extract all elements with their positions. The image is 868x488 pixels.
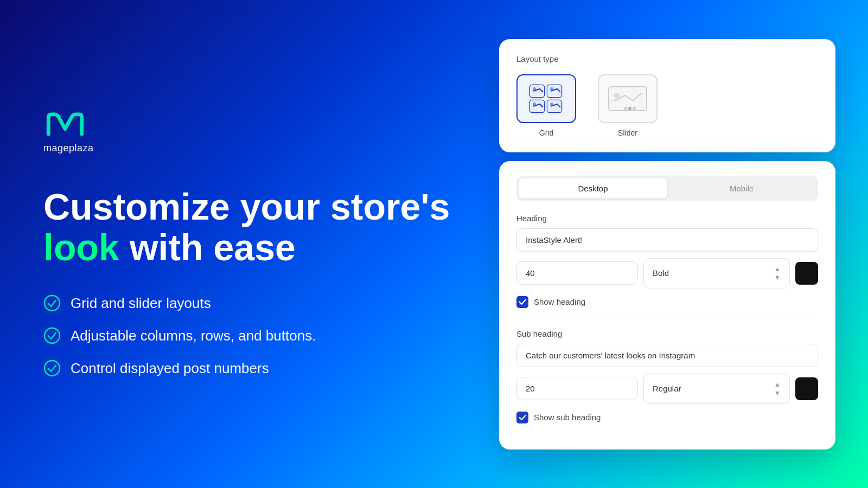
tab-desktop[interactable]: Desktop <box>519 178 667 198</box>
show-heading-label: Show heading <box>534 297 585 306</box>
show-sub-heading-checkbox[interactable] <box>516 412 528 423</box>
svg-point-0 <box>44 296 60 311</box>
section-divider <box>516 319 818 319</box>
layout-options: Grid Slider <box>516 74 818 137</box>
svg-rect-15 <box>609 87 647 111</box>
check-icon-1 <box>43 294 61 312</box>
tab-mobile[interactable]: Mobile <box>667 178 816 198</box>
grid-layout-icon <box>527 82 566 115</box>
grid-label: Grid <box>539 129 553 137</box>
heading-font-select[interactable]: Bold ▲ ▼ <box>643 258 790 288</box>
tab-row: Desktop Mobile <box>516 176 818 201</box>
feature-item-1: Grid and slider layouts <box>43 294 456 312</box>
show-sub-heading-row: Show sub heading <box>516 412 818 423</box>
sub-heading-font-text: Regular <box>653 384 774 393</box>
logo: mageplaza <box>43 111 456 154</box>
layout-card-title: Layout type <box>516 54 818 63</box>
heading-input[interactable] <box>516 228 818 252</box>
sub-heading-color-swatch[interactable] <box>795 377 818 400</box>
logo-icon <box>43 111 87 138</box>
sub-heading-input[interactable] <box>516 344 818 367</box>
left-panel: mageplaza Customize your store's look wi… <box>0 79 499 410</box>
heading-size-input[interactable] <box>516 261 638 285</box>
sub-heading-input-row: Regular ▲ ▼ <box>516 374 818 404</box>
spinner-icon-heading: ▲ ▼ <box>774 265 781 281</box>
svg-point-19 <box>633 107 636 110</box>
feature-text-3: Control displayed post numbers <box>71 360 269 377</box>
svg-point-18 <box>628 107 631 110</box>
feature-item-2: Adjustable columns, rows, and buttons. <box>43 327 456 344</box>
checkmark-icon <box>519 299 526 305</box>
svg-point-17 <box>624 107 627 110</box>
slider-layout-icon <box>603 82 652 115</box>
svg-point-5 <box>533 87 536 91</box>
show-heading-checkbox[interactable] <box>516 296 528 308</box>
layout-type-card: Layout type <box>499 39 835 152</box>
settings-card: Desktop Mobile Heading Bold ▲ ▼ Sh <box>499 161 835 450</box>
show-sub-heading-label: Show sub heading <box>534 413 601 422</box>
right-panel: Layout type <box>499 39 835 450</box>
check-icon-3 <box>43 359 61 377</box>
svg-point-11 <box>533 102 536 106</box>
headline-line2: with ease <box>119 227 296 268</box>
layout-option-slider[interactable]: Slider <box>598 74 658 137</box>
heading-section-label: Heading <box>516 214 818 223</box>
checkmark-icon-sub <box>519 415 526 420</box>
svg-point-8 <box>550 87 553 91</box>
svg-point-1 <box>44 328 60 343</box>
slider-icon-wrapper <box>598 74 658 123</box>
feature-item-3: Control displayed post numbers <box>43 359 456 377</box>
slider-label: Slider <box>618 129 637 137</box>
spinner-icon-sub-heading: ▲ ▼ <box>774 381 781 397</box>
grid-icon-wrapper <box>516 74 576 123</box>
feature-text-1: Grid and slider layouts <box>71 295 211 312</box>
sub-heading-size-input[interactable] <box>516 377 638 400</box>
feature-list: Grid and slider layouts Adjustable colum… <box>43 294 456 377</box>
svg-point-14 <box>550 102 553 106</box>
sub-heading-font-select[interactable]: Regular ▲ ▼ <box>643 374 790 404</box>
headline: Customize your store's look with ease <box>43 187 456 268</box>
feature-text-2: Adjustable columns, rows, and buttons. <box>71 328 316 344</box>
show-heading-row: Show heading <box>516 296 818 308</box>
sub-heading-section-label: Sub heading <box>516 329 818 338</box>
headline-line1: Customize your store's <box>43 186 450 227</box>
headline-highlight: look <box>43 227 119 268</box>
heading-font-text: Bold <box>653 268 774 278</box>
heading-input-row: Bold ▲ ▼ <box>516 258 818 288</box>
logo-text: mageplaza <box>43 143 94 154</box>
layout-option-grid[interactable]: Grid <box>516 74 576 137</box>
heading-color-swatch[interactable] <box>795 262 818 285</box>
svg-point-16 <box>614 93 620 98</box>
svg-point-2 <box>44 361 60 376</box>
check-icon-2 <box>43 327 61 344</box>
